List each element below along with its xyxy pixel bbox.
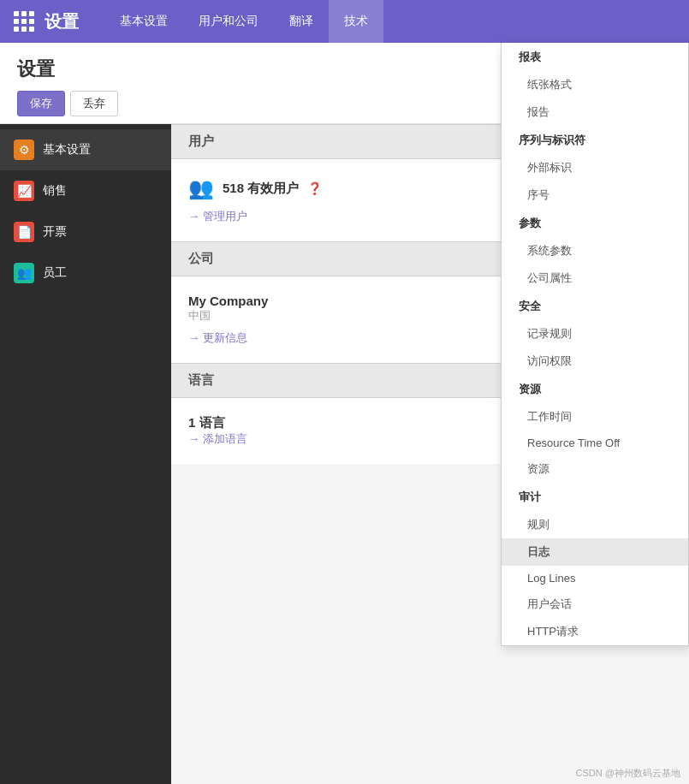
invoice-icon: 📄 (14, 222, 34, 242)
navbar-item-tech[interactable]: 技术 (329, 0, 383, 43)
tech-dropdown-menu: 报表纸张格式报告序列与标识符外部标识序号参数系统参数公司属性安全记录规则访问权限… (501, 43, 689, 646)
dropdown-item-工作时间[interactable]: 工作时间 (502, 403, 688, 431)
dropdown-item-序列与标识符[interactable]: 序列与标识符 (502, 126, 688, 154)
basic-icon: ⚙ (14, 140, 34, 160)
dropdown-item-记录规则[interactable]: 记录规则 (502, 320, 688, 347)
dropdown-item-外部标识[interactable]: 外部标识 (502, 154, 688, 181)
dropdown-item-资源[interactable]: 资源 (502, 375, 688, 403)
dropdown-item-http请求[interactable]: HTTP请求 (502, 618, 688, 645)
dropdown-item-log-lines[interactable]: Log Lines (502, 566, 688, 591)
dropdown-item-参数[interactable]: 参数 (502, 209, 688, 237)
sales-icon: 📈 (14, 181, 34, 201)
user-count-icon: 👥 (188, 176, 214, 200)
dropdown-item-用户会话[interactable]: 用户会话 (502, 591, 688, 618)
dropdown-item-报表[interactable]: 报表 (502, 43, 688, 71)
dropdown-item-规则[interactable]: 规则 (502, 511, 688, 538)
navbar-item-translation[interactable]: 翻译 (274, 0, 329, 43)
employee-icon: 👥 (14, 263, 34, 283)
dropdown-item-公司属性[interactable]: 公司属性 (502, 264, 688, 292)
sidebar-item-invoice[interactable]: 📄 开票 (0, 211, 171, 252)
dropdown-item-资源[interactable]: 资源 (502, 455, 688, 483)
dropdown-item-纸张格式[interactable]: 纸张格式 (502, 71, 688, 98)
sidebar-item-employee[interactable]: 👥 员工 (0, 252, 171, 294)
sidebar-label-sales: 销售 (43, 183, 67, 199)
navbar-menu: 基本设置 用户和公司 翻译 技术 (104, 0, 383, 43)
dropdown-item-resource-time-off[interactable]: Resource Time Off (502, 431, 688, 455)
navbar-item-basic[interactable]: 基本设置 (104, 0, 183, 43)
sidebar-label-invoice: 开票 (43, 224, 67, 240)
sidebar-item-sales[interactable]: 📈 销售 (0, 170, 171, 211)
help-icon[interactable]: ❓ (307, 181, 322, 195)
dropdown-item-日志[interactable]: 日志 (502, 538, 688, 566)
brand-title: 设置 (45, 10, 79, 33)
sidebar-label-basic: 基本设置 (43, 142, 91, 157)
dropdown-item-序号[interactable]: 序号 (502, 181, 688, 209)
dropdown-item-安全[interactable]: 安全 (502, 292, 688, 320)
navbar-item-users[interactable]: 用户和公司 (183, 0, 274, 43)
dropdown-item-报告[interactable]: 报告 (502, 98, 688, 126)
sidebar: ⚙ 基本设置 📈 销售 📄 开票 👥 员工 (0, 124, 171, 784)
discard-button[interactable]: 丢弃 (70, 91, 118, 116)
dropdown-item-审计[interactable]: 审计 (502, 483, 688, 511)
navbar: 设置 基本设置 用户和公司 翻译 技术 (0, 0, 689, 43)
sidebar-item-basic[interactable]: ⚙ 基本设置 (0, 129, 171, 170)
grid-menu-icon[interactable] (14, 11, 34, 32)
sidebar-label-employee: 员工 (43, 265, 67, 281)
dropdown-item-访问权限[interactable]: 访问权限 (502, 347, 688, 375)
save-button[interactable]: 保存 (17, 91, 65, 116)
dropdown-item-系统参数[interactable]: 系统参数 (502, 237, 688, 264)
user-count-text: 518 有效用户 (223, 181, 299, 197)
watermark: CSDN @神州数码云基地 (576, 767, 680, 780)
